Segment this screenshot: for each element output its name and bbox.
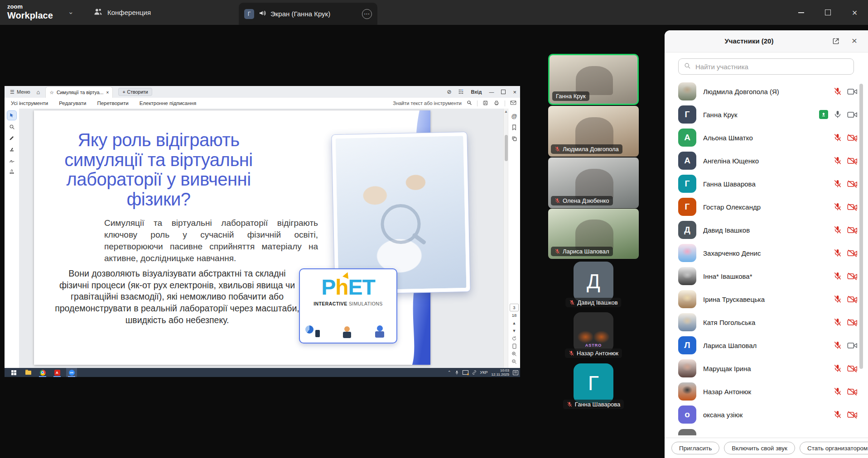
participant-row[interactable]: Катя Погольська: [678, 313, 858, 331]
unmute-self-button[interactable]: Включить свой звук: [724, 442, 795, 454]
restore-button[interactable]: [815, 0, 841, 25]
participant-row[interactable]: ооксана узіюк: [678, 406, 858, 424]
video-tile[interactable]: ГГанна Шаварова: [548, 363, 639, 411]
participant-name-label: Людмила Довгопола: [551, 144, 622, 154]
participant-status-icons: [819, 110, 858, 119]
participant-row[interactable]: ААнгеліна Ющенко: [678, 152, 858, 170]
participant-status-icons: [833, 202, 858, 211]
slide-title: Яку роль відіграють симуляції та віртуал…: [50, 130, 267, 209]
page-up-icon: ▲: [510, 320, 518, 326]
copy-icon: [510, 134, 518, 143]
acrobat-tab-strip: ☰ Меню ⌂ ☆ Симуляції та віртуа... × + Ст…: [5, 86, 520, 98]
mic-off-icon: [833, 225, 842, 234]
tab-conference[interactable]: Конференция: [93, 0, 151, 25]
avatar: [678, 313, 696, 331]
minimize-button[interactable]: [788, 0, 815, 25]
speaker-icon: [258, 10, 266, 18]
participant-row[interactable]: ААльона Шматко: [678, 129, 858, 147]
tray-screen-icon: [463, 370, 468, 375]
mic-off-icon: [833, 387, 842, 396]
camera-on-icon: [847, 87, 858, 96]
participant-row[interactable]: Ірина Трускавецька: [678, 290, 858, 308]
participant-row[interactable]: ГГостар Олександр: [678, 198, 858, 216]
camera-off-icon: [847, 226, 858, 234]
video-tile[interactable]: ASTROНазар Антонюк: [548, 312, 639, 360]
video-tile[interactable]: Ганна Крук: [548, 54, 639, 105]
participant-row[interactable]: ГГанна Шаварова: [678, 175, 858, 193]
participant-row[interactable]: Марущак Ірина: [678, 359, 858, 377]
windows-taskbar: Azm ⌃ УКР 10:03 12.11.2025: [5, 368, 520, 377]
participant-status-icons: [833, 341, 858, 350]
camera-off-icon: [847, 272, 858, 281]
star-icon: ☆: [49, 90, 53, 95]
become-host-button[interactable]: Стать организатором: [800, 442, 868, 454]
acrobat-canvas: Яку роль відіграють симуляції та віртуал…: [19, 109, 504, 368]
avatar: А: [678, 129, 696, 147]
participant-status-icons: [833, 225, 858, 234]
participant-row[interactable]: Назар Антонюк: [678, 382, 858, 401]
avatar: ASTRO: [574, 312, 613, 352]
more-options-icon[interactable]: ⋯: [362, 9, 372, 19]
popout-icon[interactable]: [832, 37, 840, 47]
participant-name: Альона Шматко: [703, 134, 833, 142]
highlight-tool-icon: [7, 145, 16, 154]
participant-status-icons: [833, 87, 858, 96]
participant-row[interactable]: Захарченко Денис: [678, 244, 858, 262]
panel-close-icon[interactable]: ×: [852, 35, 857, 46]
camera-off-icon: [847, 249, 858, 258]
tray-link-icon: [472, 370, 477, 375]
mic-off-icon: [833, 179, 842, 188]
tab-screen-share[interactable]: Г Экран (Ганна Крук) ⋯: [239, 3, 377, 25]
avatar: Д: [574, 262, 613, 301]
avatar: Л: [678, 336, 696, 354]
chevron-down-icon[interactable]: ⌄: [68, 8, 74, 16]
participant-name: Ганна Крук: [703, 111, 819, 119]
camera-off-icon: [847, 203, 858, 211]
mic-off-icon: [833, 133, 842, 142]
participant-row[interactable]: ГГанна Крук: [678, 105, 858, 124]
invite-button[interactable]: Пригласить: [671, 442, 719, 454]
avatar: Г: [678, 198, 696, 216]
video-thumbnail-strip: Ганна КрукЛюдмила ДовгополаОлена Дзюбенк…: [548, 54, 639, 416]
video-tile[interactable]: ДДавид Івашков: [548, 262, 639, 310]
sign-tool-icon: [7, 156, 16, 165]
video-tile[interactable]: Людмила Довгопола: [548, 106, 639, 157]
video-tile[interactable]: Лариса Шаповал: [548, 209, 639, 259]
taskbar-zoom-icon: zm: [66, 368, 77, 377]
participant-name: Лариса Шаповал: [703, 342, 833, 349]
tab-close-icon: ×: [106, 90, 109, 95]
acrobat-menu-item: Усі інструменти: [11, 100, 48, 106]
participant-name: Марущак Ірина: [703, 365, 833, 372]
search-input[interactable]: [694, 62, 848, 71]
acrobat-menu-item: Редагувати: [59, 100, 86, 106]
participant-status-icons: [833, 387, 858, 396]
participant-name: Катя Погольська: [703, 319, 833, 326]
mic-off-icon: [833, 272, 842, 281]
close-button[interactable]: ×: [841, 0, 868, 25]
acrobat-minimize-icon: —: [489, 89, 494, 95]
home-icon: ⌂: [37, 89, 40, 95]
video-silhouette: [575, 219, 613, 250]
mic-off-icon: [833, 410, 842, 419]
participant-name-label: Олена Дзюбенко: [551, 196, 613, 205]
acrobat-menu-item: Перетворити: [97, 100, 128, 106]
mic-off-icon: [555, 146, 560, 152]
participant-row[interactable]: Людмила Довгопола (Я): [678, 82, 858, 100]
mic-off-icon: [833, 364, 842, 373]
camera-off-icon: [847, 387, 858, 396]
video-tile[interactable]: Олена Дзюбенко: [548, 157, 639, 208]
phet-doodles: [300, 324, 396, 340]
participant-status-icons: [833, 410, 858, 419]
participant-row[interactable]: ЛЛариса Шаповал: [678, 336, 858, 354]
notification-icon: [513, 370, 518, 375]
mic-off-icon: [833, 341, 842, 350]
participants-scrollbar-thumb[interactable]: [859, 84, 863, 369]
tray-mic-icon: [455, 370, 459, 375]
participant-search-box[interactable]: [678, 58, 854, 75]
camera-off-icon: [847, 410, 858, 419]
participant-row[interactable]: ДДавид Івашков: [678, 221, 858, 239]
participant-status-icons: [833, 272, 858, 281]
avatar: Г: [678, 175, 696, 193]
video-silhouette: [575, 169, 613, 199]
participant-row[interactable]: Інна* Івашкова*: [678, 267, 858, 285]
